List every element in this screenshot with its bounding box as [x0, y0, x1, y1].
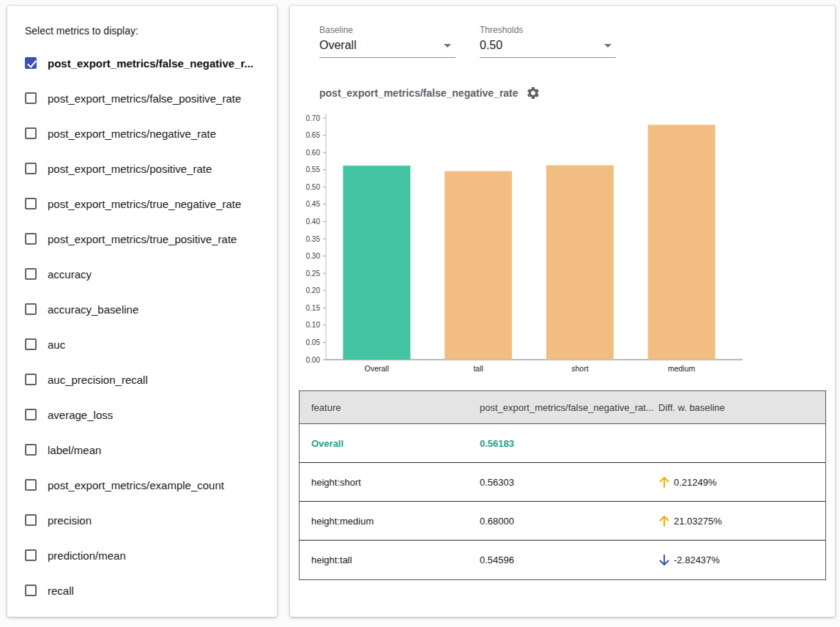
metric-checkbox-item[interactable]: post_export_metrics/negative_rate [25, 116, 268, 151]
metric-label: post_export_metrics/true_positive_rate [48, 233, 237, 245]
controls-row: Baseline Overall Thresholds 0.50 [319, 25, 835, 58]
table-row[interactable]: height:short 0.56303 0.21249% [300, 463, 825, 502]
metric-checkbox-item[interactable]: average_loss [25, 397, 268, 432]
diff-arrow-icon [658, 554, 670, 567]
metric-label: post_export_metrics/positive_rate [48, 163, 212, 175]
metric-label: auc [48, 338, 65, 351]
checkbox-icon[interactable] [25, 338, 37, 350]
feature-cell: height:medium [300, 516, 480, 527]
thresholds-dropdown-label: Thresholds [480, 25, 616, 35]
table-row[interactable]: height:medium 0.68000 21.03275% [300, 502, 825, 541]
diff-arrow-icon [658, 514, 670, 527]
checkbox-icon[interactable] [25, 57, 37, 69]
metric-checkbox-item[interactable]: label/mean [25, 432, 268, 467]
checkbox-icon[interactable] [25, 127, 37, 139]
checkbox-icon[interactable] [25, 444, 37, 456]
diff-cell: 21.03275% [653, 514, 825, 527]
bar-chart[interactable]: 0.000.050.100.150.200.250.300.350.400.45… [290, 106, 835, 379]
metric-checkbox-item[interactable]: prediction/mean [25, 538, 268, 573]
checkbox-icon[interactable] [25, 198, 37, 209]
header-diff: Diff. w. baseline [653, 402, 825, 413]
checkbox-icon[interactable] [25, 268, 37, 280]
y-tick-label: 0.35 [306, 235, 321, 243]
y-tick-label: 0.45 [306, 200, 321, 208]
settings-gear-icon[interactable] [526, 86, 540, 100]
bar-medium[interactable] [648, 125, 716, 360]
metric-selector-panel: Select metrics to display: post_export_m… [7, 6, 277, 617]
thresholds-dropdown[interactable]: Thresholds 0.50 [480, 25, 616, 58]
checkbox-icon[interactable] [25, 303, 37, 315]
y-tick-label: 0.50 [306, 183, 321, 191]
metric-checkbox-item[interactable]: post_export_metrics/false_negative_r... [25, 45, 268, 81]
diff-arrow-icon [658, 475, 670, 489]
x-category-label: Overall [365, 364, 389, 373]
metric-checkbox-item[interactable]: post_export_metrics/positive_rate [25, 151, 268, 186]
checkbox-icon[interactable] [25, 163, 37, 174]
x-category-label: medium [668, 364, 696, 373]
metric-label: post_export_metrics/negative_rate [48, 127, 216, 140]
metric-checkbox-item[interactable]: auc_precision_recall [25, 362, 268, 397]
checkbox-icon[interactable] [25, 409, 37, 420]
checkbox-icon[interactable] [25, 585, 37, 596]
checkbox-icon[interactable] [25, 374, 37, 385]
metric-checkbox-item[interactable]: precision [25, 502, 268, 538]
metric-selector-title: Select metrics to display: [25, 25, 268, 37]
metric-label: post_export_metrics/false_positive_rate [48, 92, 241, 105]
metric-checkbox-item[interactable]: post_export_metrics/true_negative_rate [25, 186, 268, 221]
metric-label: post_export_metrics/true_negative_rate [48, 198, 241, 210]
diff-value: 0.21249% [674, 477, 717, 488]
metric-checkbox-item[interactable]: post_export_metrics/true_positive_rate [25, 221, 268, 256]
bar-tall[interactable] [445, 171, 512, 360]
table-row[interactable]: height:tall 0.54596 -2.82437% [300, 541, 825, 579]
chart-title: post_export_metrics/false_negative_rate [319, 87, 519, 99]
baseline-dropdown[interactable]: Baseline Overall [319, 25, 456, 58]
metric-label: auc_precision_recall [48, 374, 148, 386]
value-cell: 0.56303 [480, 477, 653, 488]
metric-label: accuracy_baseline [48, 303, 138, 316]
checkbox-icon[interactable] [25, 479, 37, 491]
baseline-dropdown-value[interactable]: Overall [319, 39, 357, 52]
diff-value: 21.03275% [674, 516, 722, 527]
checkbox-icon[interactable] [25, 514, 37, 526]
metric-checkbox-item[interactable]: accuracy [25, 256, 268, 292]
baseline-dropdown-label: Baseline [319, 25, 456, 35]
feature-cell: height:tall [300, 554, 480, 565]
y-tick-label: 0.00 [306, 356, 321, 364]
checkbox-icon[interactable] [25, 233, 37, 245]
metric-checkbox-item[interactable]: auc [25, 327, 268, 362]
chevron-down-icon[interactable] [604, 44, 612, 48]
y-tick-label: 0.30 [306, 252, 321, 260]
metric-label: recall [48, 585, 74, 597]
checkbox-icon[interactable] [25, 92, 37, 104]
metric-label: accuracy [48, 268, 92, 281]
table-row[interactable]: Overall 0.56183 [300, 424, 825, 463]
bar-Overall[interactable] [343, 166, 410, 360]
y-tick-label: 0.55 [306, 166, 321, 174]
metric-label: prediction/mean [48, 549, 126, 562]
metric-checkbox-item[interactable]: post_export_metrics/false_positive_rate [25, 81, 268, 116]
fairness-indicators-page: Select metrics to display: post_export_m… [0, 0, 840, 627]
chevron-down-icon[interactable] [444, 44, 451, 48]
diff-cell: 0.21249% [653, 475, 825, 489]
chart-header: post_export_metrics/false_negative_rate [319, 86, 835, 100]
y-tick-label: 0.15 [306, 304, 321, 312]
metric-checkbox-item[interactable]: recall [25, 573, 268, 608]
thresholds-dropdown-value-row[interactable]: 0.50 [480, 39, 616, 58]
thresholds-dropdown-value[interactable]: 0.50 [480, 39, 502, 52]
bar-short[interactable] [546, 166, 614, 360]
baseline-dropdown-value-row[interactable]: Overall [319, 39, 456, 58]
checkbox-icon[interactable] [25, 549, 37, 561]
x-category-label: tall [473, 364, 483, 373]
diff-value: -2.82437% [674, 554, 720, 565]
diff-cell: -2.82437% [653, 554, 825, 567]
metric-checkbox-item[interactable]: post_export_metrics/example_count [25, 467, 268, 502]
metric-checkbox-item[interactable]: accuracy_baseline [25, 292, 268, 327]
metrics-table: feature post_export_metrics/false_negati… [299, 390, 826, 580]
metric-label: label/mean [48, 444, 101, 456]
y-tick-label: 0.40 [306, 218, 321, 226]
header-feature: feature [300, 402, 480, 413]
bar-chart-svg[interactable]: 0.000.050.100.150.200.250.300.350.400.45… [290, 106, 803, 376]
value-cell: 0.54596 [480, 554, 653, 565]
metric-label: average_loss [48, 409, 113, 421]
value-cell: 0.56183 [480, 438, 653, 449]
